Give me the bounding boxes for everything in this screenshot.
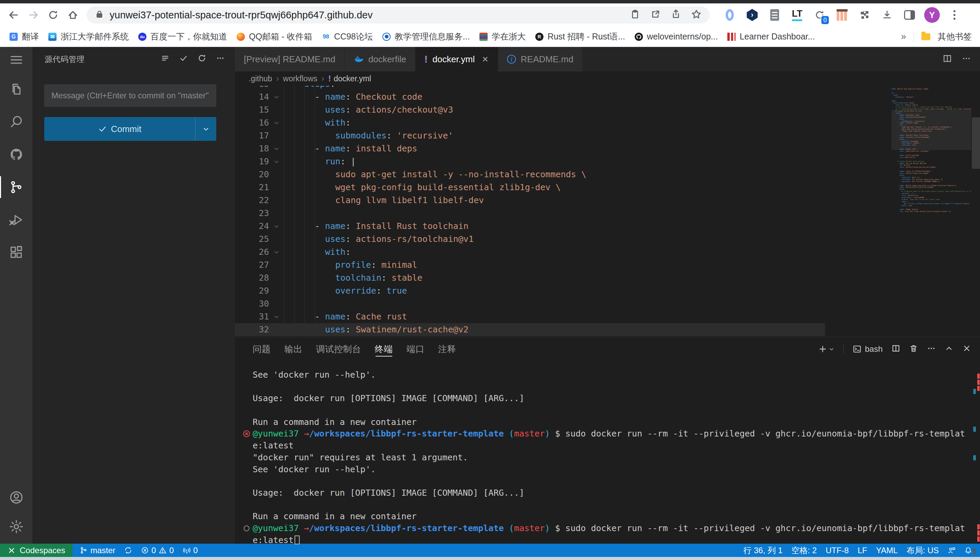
bookmark-zjumail[interactable]: ✉浙江大学邮件系统: [44, 29, 133, 44]
status-item[interactable]: YAML: [872, 546, 902, 555]
code-line[interactable]: 17 submodules: 'recursive': [235, 129, 891, 142]
code-line[interactable]: 22 clang llvm libelf1 libelf-dev: [235, 194, 891, 207]
forward-button[interactable]: [25, 6, 42, 24]
status-item[interactable]: LF: [853, 546, 872, 555]
view-as-list-icon[interactable]: [161, 54, 170, 65]
bookmark-baidu[interactable]: du百度一下，你就知道: [134, 29, 231, 44]
panel-tab[interactable]: 端口: [406, 337, 425, 361]
other-bookmarks-label[interactable]: 其他书签: [938, 31, 972, 42]
bookmark-zju[interactable]: 教学管理信息服务...: [378, 29, 474, 44]
reload-button[interactable]: [44, 6, 62, 24]
bookmark-qqmail[interactable]: QQ邮箱 - 收件箱: [232, 29, 316, 44]
close-tab-icon[interactable]: [482, 55, 489, 63]
back-button[interactable]: [5, 6, 22, 24]
fold-chevron-icon[interactable]: [269, 90, 284, 103]
profile-avatar[interactable]: Y: [922, 5, 942, 25]
activity-account-icon[interactable]: [0, 485, 32, 510]
problems-indicator[interactable]: 0 0: [137, 544, 179, 557]
editor-tab[interactable]: [Preview] README.md: [235, 47, 345, 72]
fold-chevron-icon[interactable]: [269, 220, 284, 233]
code-line[interactable]: 29 override: true: [235, 284, 891, 297]
commit-button[interactable]: Commit: [44, 117, 216, 141]
terminal[interactable]: See 'docker run --help'.Usage: docker ru…: [253, 369, 968, 546]
code-line[interactable]: 16 with:: [235, 117, 891, 129]
bookmark-star-icon[interactable]: [691, 9, 701, 21]
code-line[interactable]: 15 uses: actions/checkout@v3: [235, 103, 891, 117]
open-in-window-icon[interactable]: [651, 9, 661, 21]
remote-indicator[interactable]: Codespaces: [0, 544, 72, 557]
code-line[interactable]: 30: [235, 297, 891, 310]
bookmark-learner[interactable]: Learner Dashboar...: [723, 30, 819, 43]
code-line[interactable]: 18 - name: install deps: [235, 142, 891, 155]
editor-tab[interactable]: docker.yml: [415, 47, 498, 72]
code-line[interactable]: 19 run: |: [235, 155, 891, 168]
activity-source-control-icon[interactable]: [0, 171, 32, 203]
activity-settings-gear-icon[interactable]: [0, 510, 32, 543]
kill-terminal-icon[interactable]: [909, 344, 918, 354]
code-line[interactable]: 31 - name: Cache rust: [235, 310, 891, 323]
fold-chevron-icon[interactable]: [269, 246, 284, 258]
new-terminal-button[interactable]: [818, 345, 835, 353]
maximize-panel-icon[interactable]: [945, 344, 953, 354]
refresh-icon[interactable]: [197, 54, 206, 65]
commit-check-icon[interactable]: [179, 54, 188, 65]
more-actions-icon[interactable]: [216, 54, 225, 65]
code-line[interactable]: 25 uses: actions-rs/toolchain@v1: [235, 233, 891, 246]
panel-more-actions-icon[interactable]: [927, 344, 936, 354]
code-line[interactable]: 20 sudo apt-get install -y --no-install-…: [235, 168, 891, 181]
activity-search-icon[interactable]: [0, 105, 32, 138]
highlighter-extension-icon[interactable]: [832, 5, 852, 25]
editor-tab[interactable]: README.md: [498, 47, 583, 72]
activity-explorer-icon[interactable]: [0, 73, 32, 105]
code-line[interactable]: 13 steps:: [235, 86, 891, 90]
circle-extension-icon[interactable]: [720, 5, 739, 25]
ports-indicator[interactable]: 0: [179, 544, 202, 557]
status-item[interactable]: UTF-8: [821, 546, 853, 555]
browser-menu-icon[interactable]: [945, 5, 964, 25]
activity-run-debug-icon[interactable]: [0, 203, 32, 236]
panel-tab[interactable]: 问题: [253, 337, 271, 361]
activity-github-icon[interactable]: [0, 138, 32, 171]
split-editor-icon[interactable]: [943, 54, 952, 65]
status-item[interactable]: 布局: US: [902, 545, 943, 556]
code-line[interactable]: 24 - name: Install Rust toolchain: [235, 220, 891, 233]
panel-tab[interactable]: 调试控制台: [316, 337, 361, 361]
terminal-instance-item[interactable]: bash: [853, 344, 883, 354]
status-item[interactable]: 行 36, 列 1: [739, 545, 787, 556]
editor-more-actions-icon[interactable]: [962, 54, 971, 65]
editor-tab[interactable]: dockerfile: [345, 47, 415, 72]
breadcrumb-item[interactable]: workflows: [283, 74, 317, 83]
fold-chevron-icon[interactable]: [269, 310, 284, 323]
editor-scrollbar[interactable]: [972, 117, 980, 169]
code-line[interactable]: 14 - name: Checkout code: [235, 90, 891, 103]
bookmark-xzzd[interactable]: 学在浙大: [475, 29, 530, 44]
share-icon[interactable]: [671, 9, 681, 21]
fold-chevron-icon[interactable]: [269, 155, 284, 168]
code-line[interactable]: 27 profile: minimal: [235, 258, 891, 272]
clipboard-icon[interactable]: [630, 9, 640, 21]
bookmarks-overflow-chevron[interactable]: »: [901, 31, 906, 42]
code-line[interactable]: 32 uses: Swatinem/rust-cache@v2: [235, 323, 891, 336]
breadcrumb-item[interactable]: .github: [249, 74, 272, 83]
code-line[interactable]: 23: [235, 207, 891, 220]
url-text[interactable]: yunwei37-potential-space-trout-rpr5qwj66…: [110, 10, 630, 21]
panel-tab[interactable]: 终端: [375, 337, 393, 361]
downloads-icon[interactable]: [877, 5, 897, 25]
split-terminal-icon[interactable]: [891, 344, 900, 354]
bookmark-translate[interactable]: G翻译: [5, 29, 43, 44]
bookmark-github[interactable]: weloveinterns/op...: [630, 30, 722, 43]
commit-dropdown-chevron[interactable]: [195, 117, 216, 141]
status-item[interactable]: 空格: 2: [787, 545, 821, 556]
commit-message-input[interactable]: [44, 84, 216, 107]
breadcrumb-item[interactable]: docker.yml: [328, 74, 371, 83]
panel-tab[interactable]: 输出: [284, 337, 303, 361]
feedback-button[interactable]: [943, 547, 960, 554]
extensions-puzzle-icon[interactable]: [855, 5, 875, 25]
notes-extension-icon[interactable]: [765, 5, 784, 25]
activity-extensions-icon[interactable]: [0, 236, 32, 269]
bookmark-cc98[interactable]: 98CC98论坛: [318, 29, 377, 44]
minimap-viewport[interactable]: [891, 110, 971, 150]
code-line[interactable]: 26 with:: [235, 246, 891, 258]
command-decoration-error[interactable]: [242, 429, 251, 438]
sync-button[interactable]: [120, 544, 137, 557]
